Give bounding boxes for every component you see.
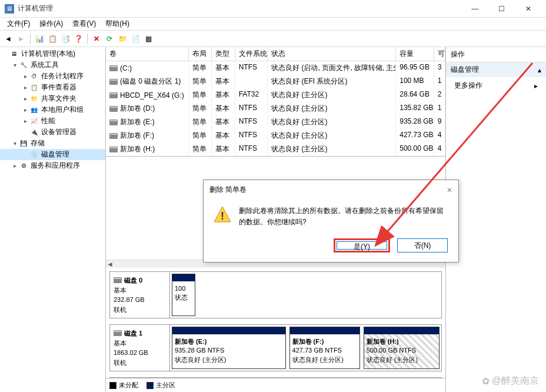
toolbar-icon-3[interactable]: 📑: [59, 33, 71, 45]
window-titlebar: 🖥 计算机管理 — ☐ ✕: [0, 0, 546, 18]
actions-disk-mgmt[interactable]: 磁盘管理▴: [446, 62, 546, 77]
paw-icon: ✿: [482, 376, 490, 387]
toolbar-icon-7[interactable]: 📄: [129, 33, 141, 45]
legend-unallocated-swatch: [109, 382, 116, 389]
toolbar: ◄ ► 📊 📋 📑 ❓ ✕ ⟳ 📁 📄 ▦: [0, 31, 546, 47]
menu-file[interactable]: 文件(F): [2, 18, 35, 30]
actions-header: 操作: [446, 47, 546, 62]
disk-1-partition-f[interactable]: 新加卷 (F:) 427.73 GB NTFS 状态良好 (主分区): [289, 327, 360, 369]
back-button[interactable]: ◄: [2, 33, 14, 45]
col-capacity[interactable]: 容量: [396, 47, 434, 61]
dialog-title: 删除 简单卷: [209, 185, 247, 195]
col-type[interactable]: 类型: [212, 47, 235, 61]
tree-root[interactable]: 🖥计算机管理(本地): [0, 48, 105, 59]
disk-1-partition-h[interactable]: 新加卷 (H:) 500.00 GB NTFS 状态良好 (主分区): [364, 327, 440, 369]
menu-help[interactable]: 帮助(H): [101, 18, 134, 30]
window-title: 计算机管理: [18, 4, 462, 14]
disk-1-partition-e[interactable]: 新加卷 (E:) 935.28 GB NTFS 状态良好 (主分区): [172, 327, 286, 369]
volume-row[interactable]: (C:) 简单 基本 NTFS 状态良好 (启动, 页面文件, 故障转储, 主分…: [106, 61, 445, 75]
yes-button-highlight: 是(Y): [334, 238, 390, 253]
volume-row[interactable]: (磁盘 0 磁盘分区 1) 简单 基本 状态良好 (EFI 系统分区) 100 …: [106, 75, 445, 88]
volume-header-row: 卷 布局 类型 文件系统 状态 容量 可: [106, 47, 445, 61]
tree-services-apps[interactable]: ▸⚙服务和应用程序: [0, 160, 105, 171]
minimize-button[interactable]: —: [462, 1, 488, 17]
volume-table: 卷 布局 类型 文件系统 状态 容量 可 (C:) 简单 基本 NTFS 状态良…: [106, 47, 445, 157]
forward-button[interactable]: ►: [15, 33, 27, 45]
disk-1-info: 磁盘 1 基本 1863.02 GB 联机: [110, 325, 170, 371]
warning-icon: !: [213, 205, 232, 224]
disk-1-block[interactable]: 磁盘 1 基本 1863.02 GB 联机 新加卷 (E:) 935.28 GB…: [109, 324, 442, 371]
col-filesystem[interactable]: 文件系统: [235, 47, 268, 61]
chevron-up-icon: ▴: [538, 66, 541, 74]
tree-task-scheduler[interactable]: ▸⏱任务计划程序: [0, 71, 105, 82]
disk-0-block[interactable]: 磁盘 0 基本 232.87 GB 联机 100 状态: [109, 271, 442, 318]
col-free[interactable]: 可: [434, 47, 445, 61]
yes-button[interactable]: 是(Y): [337, 241, 387, 250]
tree-shared-folders[interactable]: ▸📁共享文件夹: [0, 93, 105, 104]
volume-row[interactable]: 新加卷 (H:) 简单 基本 NTFS 状态良好 (主分区) 500.00 GB…: [106, 142, 445, 156]
dialog-close-button[interactable]: ✕: [447, 186, 452, 194]
col-layout[interactable]: 布局: [189, 47, 212, 61]
no-button[interactable]: 否(N): [397, 238, 448, 253]
disk-0-info: 磁盘 0 基本 232.87 GB 联机: [110, 272, 170, 318]
volume-row[interactable]: 新加卷 (D:) 简单 基本 NTFS 状态良好 (主分区) 135.82 GB…: [106, 102, 445, 115]
navigation-tree: 🖥计算机管理(本地) ▾🔧系统工具 ▸⏱任务计划程序 ▸📋事件查看器 ▸📁共享文…: [0, 47, 106, 392]
volume-row[interactable]: 新加卷 (E:) 简单 基本 NTFS 状态良好 (主分区) 935.28 GB…: [106, 115, 445, 129]
refresh-icon[interactable]: ⟳: [104, 33, 115, 45]
volume-row[interactable]: 新加卷 (F:) 简单 基本 NTFS 状态良好 (主分区) 427.73 GB…: [106, 129, 445, 142]
col-status[interactable]: 状态: [268, 47, 396, 61]
svg-text:!: !: [221, 210, 224, 222]
tree-performance[interactable]: ▸📈性能: [0, 115, 105, 127]
tree-system-tools[interactable]: ▾🔧系统工具: [0, 59, 105, 71]
actions-more[interactable]: 更多操作▸: [446, 77, 546, 94]
toolbar-icon-8[interactable]: ▦: [142, 33, 154, 45]
actions-pane: 操作 磁盘管理▴ 更多操作▸: [446, 47, 546, 392]
tree-local-users[interactable]: ▸👥本地用户和组: [0, 104, 105, 115]
chevron-right-icon: ▸: [534, 82, 538, 90]
legend-primary-swatch: [147, 382, 154, 389]
disk-0-partition-0[interactable]: 100 状态: [172, 274, 195, 316]
toolbar-icon-1[interactable]: 📊: [34, 33, 45, 45]
disk-graphical-view: 磁盘 0 基本 232.87 GB 联机 100 状态: [106, 268, 445, 378]
volume-row[interactable]: HBCD_PE_X64 (G:) 简单 基本 FAT32 状态良好 (主分区) …: [106, 88, 445, 102]
tree-device-manager[interactable]: 🔌设备管理器: [0, 127, 105, 138]
col-volume[interactable]: 卷: [106, 47, 189, 61]
delete-icon[interactable]: ✕: [91, 33, 102, 45]
legend: 未分配 主分区: [106, 378, 445, 392]
maximize-button[interactable]: ☐: [488, 1, 515, 17]
toolbar-icon-2[interactable]: 📋: [46, 33, 58, 45]
watermark: ✿@醉美南京: [482, 375, 539, 387]
menu-action[interactable]: 操作(A): [35, 18, 68, 30]
delete-volume-dialog: 删除 简单卷 ✕ ! 删除此卷将清除其上的所有数据。请在删除之前备份所有希望保留…: [203, 180, 459, 263]
help-icon[interactable]: ❓: [72, 33, 84, 45]
close-button[interactable]: ✕: [515, 1, 541, 17]
tree-event-viewer[interactable]: ▸📋事件查看器: [0, 82, 105, 93]
dialog-message: 删除此卷将清除其上的所有数据。请在删除之前备份所有希望保留的数据。你想继续吗?: [239, 205, 449, 228]
toolbar-icon-6[interactable]: 📁: [116, 33, 128, 45]
tree-disk-management[interactable]: 💿磁盘管理: [0, 149, 105, 160]
menu-view[interactable]: 查看(V): [68, 18, 101, 30]
app-icon: 🖥: [5, 4, 14, 14]
tree-storage[interactable]: ▾💾存储: [0, 138, 105, 149]
menubar: 文件(F) 操作(A) 查看(V) 帮助(H): [0, 18, 546, 31]
